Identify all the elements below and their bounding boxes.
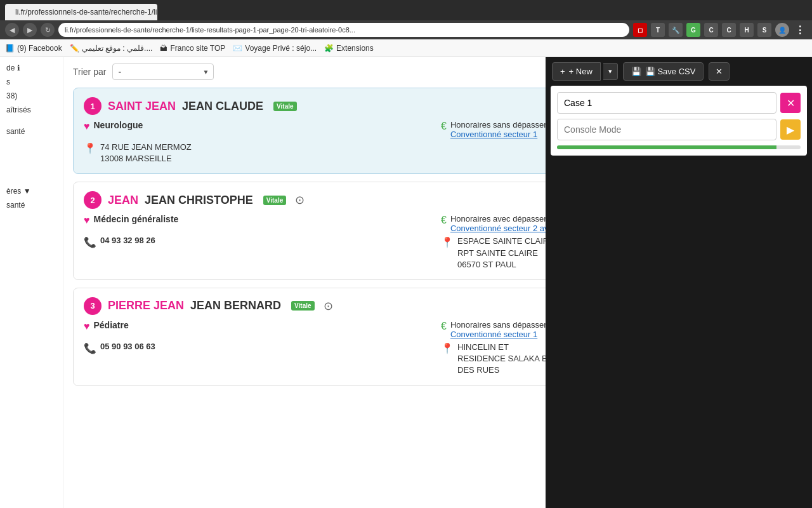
overlay-panel: + + New ▾ 💾 💾 Save CSV ✕ ✕ [546, 57, 812, 508]
ext-icon-8[interactable]: S [757, 23, 771, 37]
ext-icon-2[interactable]: T [651, 23, 665, 37]
phone-item-2: 📞 04 93 32 98 26 [84, 236, 435, 271]
menu-icon[interactable]: ⋮ [793, 23, 807, 37]
sidebar-item-eres: ères ▼ [6, 187, 56, 196]
bookmark-franco[interactable]: 🏔 Franco site TOP [160, 44, 225, 53]
sidebar-item-38: 38) [6, 91, 56, 100]
close-icon: ✕ [716, 67, 723, 76]
ext-icon-7[interactable]: H [740, 23, 754, 37]
doctor-lastname-2[interactable]: JEAN CHRISTOPHE [145, 194, 253, 207]
save-icon: 💾 [631, 67, 641, 76]
delete-icon: ✕ [787, 97, 795, 109]
vitale-badge-3: Vitale [291, 301, 315, 311]
doctor-lastname-3[interactable]: JEAN BERNARD [190, 299, 281, 312]
run-button[interactable]: ▶ [780, 119, 801, 140]
stethoscope-icon-2: ♥ [84, 215, 90, 226]
sort-select[interactable]: - [112, 64, 214, 80]
address-2: ESPACE SAINTE CLAIRE RPT SAINTE CLAIRE 0… [457, 236, 554, 271]
location-icon-3: 📍 [441, 342, 454, 354]
vitale-badge-1: Vitale [273, 102, 297, 111]
specialty-1: Neurologue [94, 120, 143, 130]
new-dropdown-button[interactable]: ▾ [603, 63, 618, 80]
phone-2: 04 93 32 98 26 [100, 236, 155, 245]
clock-icon-3: ⊙ [324, 299, 333, 313]
browser-tabs: li.fr/professionnels-de-sante/recherche-… [0, 0, 812, 20]
progress-bar-container [557, 145, 801, 149]
specialty-item-3: ♥ Pédiatre [84, 320, 435, 339]
vitale-badge-2: Vitale [263, 196, 287, 205]
forward-button[interactable]: ▶ [23, 23, 37, 37]
bookmark-qalami[interactable]: ✏️ قلمي : موقع تعليمي.... [70, 44, 153, 53]
overlay-black-area [546, 156, 812, 479]
back-button[interactable]: ◀ [5, 23, 19, 37]
specialty-2: Médecin généraliste [94, 214, 179, 224]
doctor-lastname-1[interactable]: JEAN CLAUDE [182, 100, 263, 113]
specialty-item-2: ♥ Médecin généraliste [84, 214, 435, 233]
ext-icon-6[interactable]: C [722, 23, 736, 37]
case-input-row: ✕ [557, 92, 801, 114]
ext-icon-1[interactable]: ◻ [633, 23, 647, 37]
address-1: 74 RUE JEAN MERMOZ 13008 MARSEILLE [100, 142, 192, 164]
main-container: de ℹ s 38) aîtrisés santé ères ▼ santé T… [0, 57, 812, 508]
browser-chrome: li.fr/professionnels-de-sante/recherche-… [0, 0, 812, 39]
left-sidebar: de ℹ s 38) aîtrisés santé ères ▼ santé [0, 57, 63, 508]
bookmark-extensions[interactable]: 🧩 Extensions [324, 44, 374, 53]
browser-tab[interactable]: li.fr/professionnels-de-sante/recherche-… [5, 4, 157, 20]
new-button[interactable]: + + New [552, 62, 601, 81]
console-input[interactable] [557, 119, 776, 140]
reload-button[interactable]: ↻ [41, 23, 55, 37]
sort-select-wrapper[interactable]: - [112, 64, 214, 80]
profile-avatar[interactable]: 👤 [775, 23, 789, 37]
sidebar-item-s: s [6, 77, 56, 86]
save-csv-button[interactable]: 💾 💾 Save CSV [623, 62, 704, 81]
ext-icon-4[interactable]: G [686, 23, 700, 37]
doctor-number-3: 3 [84, 297, 102, 315]
specialty-3: Pédiatre [94, 320, 129, 330]
bookmarks-bar: 📘 (9) Facebook ✏️ قلمي : موقع تعليمي....… [0, 39, 812, 57]
overlay-toolbar: + + New ▾ 💾 💾 Save CSV ✕ [546, 57, 812, 86]
euro-icon-3: € [441, 321, 447, 332]
doctor-number-2: 2 [84, 191, 102, 209]
bookmark-facebook[interactable]: 📘 (9) Facebook [5, 44, 62, 53]
chevron-down-icon: ▾ [608, 67, 612, 75]
case-input[interactable] [557, 92, 776, 114]
plus-icon: + [560, 67, 565, 76]
honoraires-link-3[interactable]: Conventionné secteur 1 [450, 330, 537, 339]
sidebar-item-sante1: santé [6, 127, 56, 136]
stethoscope-icon-1: ♥ [84, 121, 90, 132]
phone-3: 05 90 93 06 63 [100, 342, 155, 351]
euro-icon-2: € [441, 215, 447, 226]
phone-icon-3: 📞 [84, 342, 96, 354]
panel-content: ✕ ▶ [551, 86, 807, 156]
bookmark-voyage[interactable]: ✉️ Voyage Privé : séjo... [233, 44, 317, 53]
doctor-firstname-2[interactable]: JEAN [108, 194, 138, 207]
ext-icon-5[interactable]: C [704, 23, 718, 37]
euro-icon-1: € [441, 121, 447, 132]
location-icon-1: 📍 [84, 142, 96, 154]
sidebar-item-maitrisés: aîtrisés [6, 105, 56, 114]
close-button[interactable]: ✕ [709, 62, 730, 81]
doctor-number-1: 1 [84, 97, 102, 115]
sort-label: Trier par [73, 67, 106, 77]
doctor-firstname-1[interactable]: SAINT JEAN [108, 100, 176, 113]
console-input-row: ▶ [557, 119, 801, 140]
sidebar-item-sante2: santé [6, 201, 56, 210]
stethoscope-icon-3: ♥ [84, 321, 90, 332]
specialty-item-1: ♥ Neurologue [84, 120, 435, 139]
url-bar[interactable]: li.fr/professionnels-de-sante/recherche-… [58, 23, 629, 37]
address-item-1: 📍 74 RUE JEAN MERMOZ 13008 MARSEILLE [84, 142, 435, 164]
browser-toolbar: ◀ ▶ ↻ li.fr/professionnels-de-sante/rech… [0, 20, 812, 39]
location-icon-2: 📍 [441, 236, 454, 248]
run-icon: ▶ [787, 124, 794, 136]
doctor-firstname-3[interactable]: PIERRE JEAN [108, 299, 184, 312]
sidebar-item-de: de ℹ [6, 64, 56, 72]
progress-bar-fill [557, 145, 776, 149]
phone-icon-2: 📞 [84, 236, 96, 248]
clock-icon-2: ⊙ [295, 193, 304, 207]
honoraires-link-1[interactable]: Conventionné secteur 1 [450, 130, 537, 139]
phone-item-3: 📞 05 90 93 06 63 [84, 342, 435, 377]
delete-case-button[interactable]: ✕ [780, 93, 801, 113]
ext-icon-3[interactable]: 🔧 [669, 23, 683, 37]
